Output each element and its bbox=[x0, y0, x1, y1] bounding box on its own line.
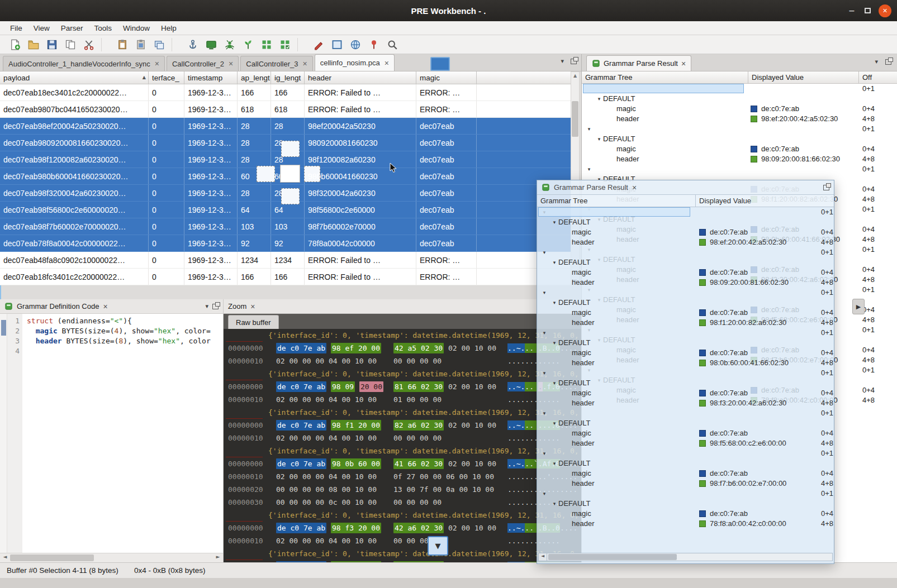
hex-row[interactable]: 00000000de c0 7e ab 98 f3 20 0042 a6 02 … bbox=[224, 522, 581, 534]
menu-item-parser[interactable]: Parser bbox=[55, 21, 89, 35]
open-folder-icon[interactable] bbox=[26, 37, 41, 52]
tree-item-row[interactable]: ▾0+1 bbox=[537, 368, 834, 378]
hex-span[interactable]: 02 00 00 00 04 00 10 00 bbox=[276, 357, 377, 365]
tree-field-header[interactable]: header98:ef:20:00:42:a5:02:304+8 bbox=[582, 114, 897, 124]
clipboard-icon[interactable] bbox=[133, 37, 148, 52]
hex-span[interactable]: 00 00 00 00 08 00 10 00 bbox=[276, 485, 377, 494]
hex-span[interactable]: 02 00 00 00 04 00 10 00 bbox=[276, 434, 377, 442]
tree-struct-row[interactable]: ▾DEFAULT bbox=[537, 499, 834, 509]
grid-add-icon[interactable] bbox=[259, 37, 274, 52]
expander-icon[interactable]: ▾ bbox=[550, 458, 558, 469]
expander-icon[interactable]: ▾ bbox=[540, 408, 548, 418]
frame-icon[interactable] bbox=[329, 37, 344, 52]
expander-icon[interactable]: ▾ bbox=[550, 338, 558, 348]
tree-struct-row[interactable]: ▾DEFAULT bbox=[537, 378, 834, 388]
hex-row[interactable]: 0000001002 00 00 00 04 00 10 0001 00 00 … bbox=[224, 393, 581, 406]
tree-field-magic[interactable]: magicde:c0:7e:ab0+4 bbox=[537, 267, 834, 278]
tree-item-row[interactable]: ▾0+1 bbox=[537, 408, 834, 418]
hex-row[interactable]: 00000000de c0 7e ab 98 0b 60 0041 66 02 … bbox=[224, 457, 581, 470]
code-minimap[interactable] bbox=[0, 314, 7, 553]
column-header-header[interactable]: header bbox=[305, 71, 416, 84]
packet-row[interactable]: dec07eab9807bc0441650230020…01969-12-3…6… bbox=[0, 101, 571, 118]
hex-row[interactable]: 00000000de c0 7e ab 98 ef 20 0042 a5 02 … bbox=[224, 342, 581, 355]
parse-result-close-icon[interactable]: × bbox=[681, 59, 686, 68]
hex-span[interactable]: 41 66 02 30 bbox=[393, 458, 444, 469]
column-displayed-value[interactable]: Displayed Value bbox=[748, 71, 859, 83]
expander-icon[interactable]: ▾ bbox=[550, 499, 558, 509]
tree-field-magic[interactable]: magicde:c0:7e:ab0+4 bbox=[537, 308, 834, 318]
hex-span[interactable]: 02 00 00 00 04 00 10 00 bbox=[276, 537, 377, 545]
tree-field-magic[interactable]: magicde:c0:7e:ab0+4 bbox=[537, 388, 834, 398]
menu-item-view[interactable]: View bbox=[28, 21, 55, 35]
expander-icon[interactable]: ▾ bbox=[540, 448, 548, 458]
tree-field-header[interactable]: header98:09:20:00:81:66:02:304+8 bbox=[537, 278, 834, 288]
zoom-panel-titlebar[interactable]: Zoom × bbox=[224, 299, 581, 314]
code-hscrollbar[interactable]: ◄ ► bbox=[0, 553, 223, 562]
column-header-ig_lengt[interactable]: ig_lengt bbox=[271, 71, 305, 84]
expander-icon[interactable]: ▾ bbox=[550, 418, 558, 428]
minimize-button[interactable]: – bbox=[847, 6, 857, 16]
hex-span[interactable]: 98 0b 60 00 bbox=[331, 458, 381, 469]
floating-panel-hscrollbar[interactable]: ◄ bbox=[538, 553, 833, 561]
scissors-icon[interactable] bbox=[81, 37, 96, 52]
tab-overflow-button[interactable]: ▾ bbox=[561, 58, 564, 65]
hex-span[interactable]: 02 00 00 00 04 00 10 00 bbox=[276, 472, 377, 481]
close-button[interactable]: × bbox=[879, 4, 891, 17]
column-offset[interactable]: Off bbox=[859, 71, 897, 83]
floating-panel-dock-button[interactable] bbox=[823, 185, 829, 190]
save-icon[interactable] bbox=[44, 37, 59, 52]
tree-item-row[interactable]: ▾0+1 bbox=[537, 489, 834, 499]
expander-icon[interactable]: ▾ bbox=[550, 257, 558, 267]
anchor-icon[interactable] bbox=[185, 37, 200, 52]
hex-row[interactable]: 0000001002 00 00 00 04 00 10 0000 00 00 … bbox=[224, 432, 581, 444]
column-grammar-tree[interactable]: Grammar Tree bbox=[582, 71, 748, 83]
column-header-terface_[interactable]: terface_ bbox=[149, 71, 184, 84]
hex-row[interactable]: 00000000de c0 7e ab 98 09 20 0081 66 02 … bbox=[224, 380, 581, 393]
hex-span[interactable]: de c0 7e ab bbox=[276, 523, 326, 533]
hex-span[interactable]: 00 00 00 00 bbox=[393, 357, 442, 365]
hex-span[interactable]: 98 ef 20 00 bbox=[331, 343, 381, 353]
globe-icon[interactable] bbox=[348, 37, 363, 52]
packet-row[interactable]: dec07eab78f8a00042c00000022…01969-12-3…9… bbox=[0, 235, 571, 252]
tree-field-magic[interactable]: magicde:c0:7e:ab0+4 bbox=[537, 469, 834, 479]
tree-field-magic[interactable]: magicde:c0:7e:ab0+4 bbox=[537, 227, 834, 237]
copy-icon[interactable] bbox=[63, 37, 78, 52]
tab-close-icon[interactable]: × bbox=[155, 61, 159, 66]
tree-item-row[interactable]: ▾0+1 bbox=[582, 84, 897, 94]
document-tab-1[interactable]: AudioController_1_handleVocoderInfo_sync… bbox=[3, 56, 165, 71]
plant-icon[interactable] bbox=[240, 37, 255, 52]
hex-row[interactable]: 00000000de c0 7e ab 98 f1 20 0082 a6 02 … bbox=[224, 419, 581, 432]
code-panel-menu-button[interactable]: ▾ bbox=[205, 303, 208, 310]
tree-struct-row[interactable]: ▾DEFAULT bbox=[537, 298, 834, 308]
tree-field-header[interactable]: header98:0b:60:00:41:66:02:304+8 bbox=[537, 358, 834, 368]
parse-result-menu-button[interactable]: ▾ bbox=[875, 58, 878, 65]
window-copy-icon[interactable] bbox=[151, 37, 167, 52]
tree-item-row[interactable]: ▾0+1 bbox=[537, 448, 834, 458]
zoom-panel-close-icon[interactable]: × bbox=[250, 302, 255, 311]
tree-field-header[interactable]: header98:f1:20:00:82:a6:02:304+8 bbox=[537, 318, 834, 328]
hex-span[interactable]: 20 00 bbox=[359, 381, 383, 392]
menu-item-file[interactable]: File bbox=[4, 21, 28, 35]
hex-span[interactable]: de c0 7e ab bbox=[276, 458, 326, 469]
code-panel-titlebar[interactable]: Grammar Definition Code × ▾ bbox=[0, 299, 223, 314]
tree-field-magic[interactable]: magicde:c0:7e:ab0+4 bbox=[582, 144, 897, 154]
tree-field-magic[interactable]: magicde:c0:7e:ab0+4 bbox=[537, 509, 834, 519]
tree-item-row[interactable]: ▾0+1 bbox=[582, 124, 897, 134]
screenshot-icon[interactable] bbox=[203, 37, 219, 52]
tree-field-magic[interactable]: magicde:c0:7e:ab0+4 bbox=[537, 348, 834, 358]
scroll-left-icon[interactable]: ◄ bbox=[1, 554, 10, 560]
tree-item-row[interactable]: ▾0+1 bbox=[537, 288, 834, 298]
expander-icon[interactable]: ▾ bbox=[585, 124, 593, 134]
tree-field-header[interactable]: header98:f5:68:00:c2:e6:00:004+8 bbox=[537, 438, 834, 448]
hex-span[interactable]: 98 09 bbox=[331, 381, 355, 392]
tab-detach-icon[interactable] bbox=[571, 59, 577, 64]
hex-span[interactable]: 02 00 10 00 bbox=[448, 344, 496, 352]
expander-icon[interactable]: ▾ bbox=[550, 217, 558, 227]
column-header-ap_lengt[interactable]: ap_lengt bbox=[238, 71, 271, 84]
tree-struct-row[interactable]: ▾DEFAULT bbox=[537, 257, 834, 267]
marker-icon[interactable] bbox=[311, 37, 326, 52]
scrollbar-thumb[interactable] bbox=[548, 554, 677, 560]
hex-span[interactable]: 81 66 02 30 bbox=[393, 381, 444, 392]
scroll-up-icon[interactable]: ▲ bbox=[571, 73, 579, 78]
hex-span[interactable]: 02 00 10 00 bbox=[448, 421, 496, 429]
